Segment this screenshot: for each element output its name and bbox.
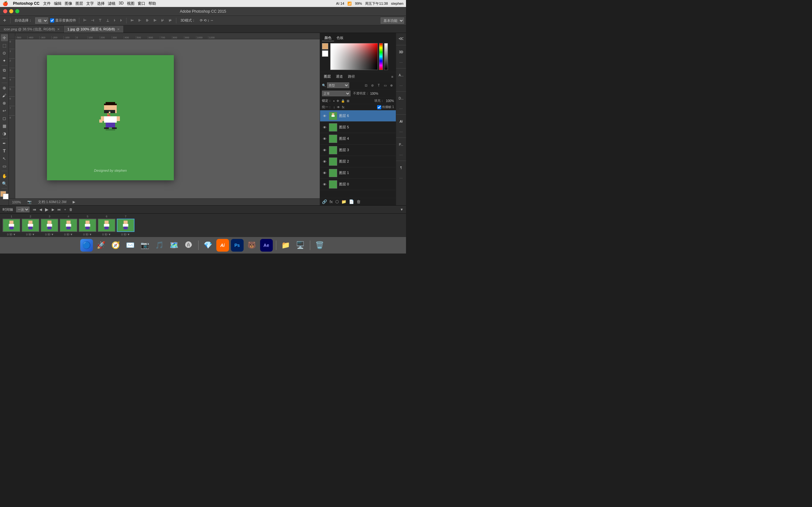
ai-expand[interactable]: … (397, 127, 405, 135)
layer-5-visibility[interactable]: 👁 (322, 125, 327, 130)
tab-1jpg[interactable]: 1.jpg @ 100% (图层 6, RGB/8) ✕ (64, 26, 124, 33)
color-gradient-picker[interactable] (330, 43, 378, 70)
filter-adjust[interactable]: ⊘ (370, 83, 375, 88)
dock-launchpad[interactable]: 🚀 (95, 239, 107, 251)
char-panel-btn[interactable]: ¶ (397, 164, 405, 172)
frame-3[interactable]: 3 0 秒 ▼ (41, 215, 58, 236)
layer-6-visibility[interactable]: 👁 (322, 113, 327, 118)
menu-3d[interactable]: 3D (119, 1, 123, 6)
add-style-btn[interactable]: fx (329, 199, 333, 204)
layer-0-visibility[interactable]: 👁 (322, 182, 327, 187)
tab-layers[interactable]: 图层 (322, 73, 332, 79)
app-name[interactable]: Photoshop CC (13, 1, 39, 6)
device-preview-btn[interactable]: D... (397, 94, 405, 102)
filter-pixel[interactable]: ⊡ (363, 83, 368, 88)
play-icon[interactable]: ▶ (72, 200, 75, 204)
tool-move[interactable]: ✛ (1, 34, 8, 41)
3d-panel-btn[interactable]: 3D (397, 48, 405, 56)
distribute-2[interactable]: ⊩ (137, 18, 143, 23)
tool-crop[interactable]: ⧉ (1, 67, 8, 74)
minimize-button[interactable] (9, 9, 13, 13)
dock-illustrator[interactable]: Ai (216, 239, 229, 251)
ai-panel-btn[interactable]: Ai (397, 117, 405, 125)
new-layer-btn[interactable]: 📄 (349, 199, 354, 204)
menu-file[interactable]: 文件 (43, 1, 51, 6)
menu-layer[interactable]: 图层 (75, 1, 83, 6)
tl-add-frame[interactable]: + (64, 208, 66, 211)
panel-expand-btn[interactable]: ≪ (397, 34, 405, 43)
dock-sketch[interactable]: 💎 (202, 239, 214, 251)
tool-eraser[interactable]: ◻ (1, 115, 8, 122)
layer-3-visibility[interactable]: 👁 (322, 148, 327, 153)
tool-zoom[interactable]: 🔍 (1, 180, 8, 187)
layer-item-6[interactable]: 👁 图层 6 (320, 110, 396, 122)
menu-help[interactable]: 帮助 (148, 1, 156, 6)
3d-mode-icons[interactable]: ⟳ ⟲ ↕ ↔ (199, 18, 215, 23)
dock-itunes[interactable]: 🎵 (153, 239, 166, 251)
layer-item-3[interactable]: 👁 图层 3 (320, 145, 396, 156)
hue-slider[interactable] (379, 43, 383, 70)
lock-artboard-icon[interactable]: ⊞ (347, 99, 349, 103)
frame-7-dropdown[interactable]: ▼ (127, 233, 130, 236)
add-mask-btn[interactable]: ⬡ (335, 199, 339, 204)
tab-swatches[interactable]: 色板 (334, 35, 346, 41)
align-bottom[interactable]: ⊧ (119, 18, 123, 23)
frame-4[interactable]: 4 0 秒 ▼ (60, 215, 78, 236)
layer-item-1[interactable]: 👁 图层 1 (320, 167, 396, 179)
new-group-btn[interactable]: 📁 (341, 199, 346, 204)
unify-pos[interactable]: ↕ (334, 106, 335, 109)
dock-photos[interactable]: 📷 (139, 239, 151, 251)
actions-expand[interactable]: … (397, 80, 405, 89)
blend-mode-dropdown[interactable]: 正常 (322, 91, 351, 96)
para-expand[interactable]: … (397, 150, 405, 158)
loop-dropdown[interactable]: 一次 (16, 207, 30, 212)
bg-color-swatch[interactable] (3, 193, 9, 199)
tool-text[interactable]: T (1, 147, 8, 154)
layer-item-4[interactable]: 👁 图层 4 (320, 133, 396, 145)
filter-type-t[interactable]: T (376, 83, 381, 88)
unify-style[interactable]: fx (342, 106, 345, 109)
color-swatches[interactable] (0, 191, 9, 199)
frame-1[interactable]: 1 0 秒 ▼ (3, 215, 20, 236)
transform-toggle[interactable]: 显示变换控件 (50, 18, 76, 23)
dock-files[interactable]: 📁 (280, 239, 292, 251)
distribute-5[interactable]: ⊬ (160, 18, 165, 23)
close-button[interactable] (3, 9, 7, 13)
align-center[interactable]: ⊣ (90, 18, 96, 23)
tab-paths[interactable]: 路径 (347, 73, 356, 79)
delete-layer-btn[interactable]: 🗑 (357, 199, 361, 204)
filter-type-dropdown[interactable]: 类型 (327, 82, 349, 88)
fg-swatch[interactable] (322, 43, 328, 49)
tab-close-1[interactable]: ✕ (57, 27, 60, 31)
frame-4-dropdown[interactable]: ▼ (70, 233, 73, 236)
dock-mail[interactable]: ✉️ (124, 239, 137, 251)
tool-clone[interactable]: ⊗ (1, 100, 8, 107)
tool-shape[interactable]: ▭ (1, 163, 8, 170)
bg-swatch[interactable] (322, 50, 328, 57)
tool-gradient[interactable]: ▦ (1, 122, 8, 129)
menu-select[interactable]: 选择 (97, 1, 105, 6)
menu-image[interactable]: 图像 (65, 1, 72, 6)
distribute-3[interactable]: ⊪ (145, 18, 150, 23)
filter-smart[interactable]: ⊕ (389, 83, 394, 88)
char-expand[interactable]: … (397, 173, 405, 181)
tl-next-btn[interactable]: ▶ (52, 208, 54, 212)
menu-window[interactable]: 窗口 (138, 1, 145, 6)
menu-filter[interactable]: 滤镜 (108, 1, 115, 6)
tl-play-btn[interactable]: ▶ (45, 207, 49, 212)
menu-text[interactable]: 文字 (86, 1, 94, 6)
canvas-wrapper[interactable]: -500 -400 -300 -200 -100 0 100 200 300 4… (9, 33, 320, 199)
tl-first-btn[interactable]: ⏮ (33, 208, 36, 211)
tool-select-rect[interactable]: ⬚ (1, 42, 8, 49)
frame-5-dropdown[interactable]: ▼ (89, 233, 92, 236)
tool-path-select[interactable]: ↖ (1, 155, 8, 162)
device-expand[interactable]: … (397, 104, 405, 112)
tool-brush[interactable]: 🖌 (1, 92, 8, 99)
tl-last-btn[interactable]: ⏭ (57, 208, 61, 211)
tab-close-2[interactable]: ✕ (117, 27, 119, 31)
tool-eyedropper[interactable]: ✏ (1, 74, 8, 81)
distribute-4[interactable]: ⊫ (152, 18, 158, 23)
frame-6[interactable]: 6 0 秒 ▼ (98, 215, 115, 236)
tool-wand[interactable]: ✦ (1, 57, 8, 64)
tl-prev-btn[interactable]: ◀ (39, 208, 42, 212)
